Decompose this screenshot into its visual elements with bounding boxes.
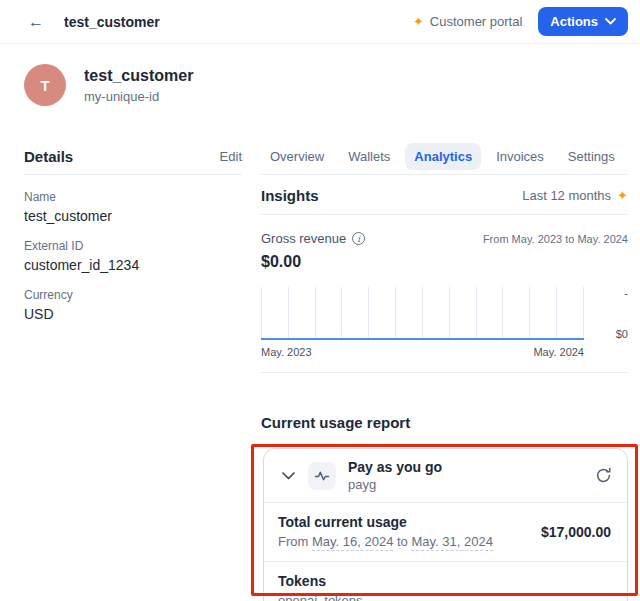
chart-gridline [341,287,368,338]
plan-icon-box [308,462,336,490]
collapse-button[interactable] [278,466,298,486]
field-value: test_customer [24,208,242,224]
customer-name: test_customer [84,67,193,85]
chart-gridline [476,287,503,338]
actions-label: Actions [550,14,598,29]
profile-text: test_customer my-unique-id [84,67,193,104]
period-prefix: From [278,534,312,549]
tab-settings[interactable]: Settings [559,143,624,170]
usage-item-text: Tokens openai_tokens [278,573,363,601]
field-value: USD [24,306,242,322]
usage-card-header: Pay as you go payg [264,449,627,502]
customer-portal-link[interactable]: ✦ Customer portal [413,14,522,29]
period-selector[interactable]: Last 12 months ✦ [522,188,628,203]
gross-revenue-value: $0.00 [261,253,628,271]
gross-revenue-label: Gross revenue [261,231,346,246]
avatar: T [24,64,66,106]
chevron-down-icon [605,18,616,25]
avatar-initial: T [40,77,49,94]
usage-report-card: Pay as you go payg Total current usage F… [263,448,628,601]
usage-item-code: openai_tokens [278,593,363,601]
info-icon[interactable]: i [352,232,365,245]
chart-gridline [395,287,422,338]
total-usage-period: From May. 16, 2024 to May. 31, 2024 [278,534,493,549]
insights-header: Insights Last 12 months ✦ [261,175,628,215]
back-arrow-icon: ← [28,13,44,30]
x-tick-end: May. 2024 [533,346,584,358]
total-usage-text: Total current usage From May. 16, 2024 t… [278,514,493,549]
details-header: Details Edit [24,139,242,175]
field-label: Name [24,190,242,204]
tab-invoices[interactable]: Invoices [487,143,553,170]
actions-button[interactable]: Actions [538,7,628,36]
pulse-icon [314,468,330,484]
plan-code: payg [348,477,442,492]
tab-overview[interactable]: Overview [261,143,333,170]
chart-gridline [449,287,476,338]
total-usage-amount: $17,000.00 [541,524,611,540]
chart-plot-area [261,287,584,340]
gross-revenue-label-row: Gross revenue i [261,231,365,246]
period-middle: to [393,534,411,549]
back-button[interactable]: ← [24,10,48,34]
details-panel: Details Edit Name test_customer External… [24,139,242,322]
tab-wallets[interactable]: Wallets [339,143,399,170]
edit-button[interactable]: Edit [220,149,242,164]
chart-gridline [502,287,529,338]
insights-title: Insights [261,187,319,204]
chart-gridline [288,287,315,338]
refresh-button[interactable] [593,466,613,486]
period-start-date[interactable]: May. 16, 2024 [312,534,393,551]
gross-revenue-range: From May. 2023 to May. 2024 [483,233,628,245]
period-label: Last 12 months [522,188,611,203]
field-value: customer_id_1234 [24,257,242,273]
gross-revenue-header: Gross revenue i From May. 2023 to May. 2… [261,231,628,246]
sparkles-icon: ✦ [413,15,424,28]
chart-gridline [261,287,288,338]
tab-analytics[interactable]: Analytics [405,143,481,170]
chart-gridline [422,287,449,338]
chart-y-axis: - $0 [584,287,628,340]
topbar-actions: ✦ Customer portal Actions [413,7,628,36]
field-name: Name test_customer [24,190,242,224]
chart-x-axis: May. 2023 May. 2024 [261,346,584,358]
total-usage-label: Total current usage [278,514,493,530]
usage-item-name: Tokens [278,573,363,589]
details-title: Details [24,148,73,165]
chart-gridline [556,287,584,338]
chart-gridline [529,287,556,338]
chevron-down-icon [282,472,295,480]
customer-page: ← test_customer ✦ Customer portal Action… [0,0,640,601]
gross-revenue-block: Gross revenue i From May. 2023 to May. 2… [261,231,628,373]
customer-unique-id: my-unique-id [84,89,193,104]
gross-revenue-chart: - $0 [261,287,628,340]
plan-text: Pay as you go payg [348,459,442,492]
section-divider [261,372,628,373]
page-title: test_customer [64,14,160,30]
total-usage-row: Total current usage From May. 16, 2024 t… [264,502,627,561]
y-tick-bottom: $0 [616,328,628,340]
chart-gridline [368,287,395,338]
customer-portal-label: Customer portal [430,14,522,29]
customer-profile: T test_customer my-unique-id [24,64,193,106]
main-panel: Overview Wallets Analytics Invoices Sett… [261,139,628,601]
top-bar: ← test_customer ✦ Customer portal Action… [0,0,640,44]
field-label: Currency [24,288,242,302]
x-tick-start: May. 2023 [261,346,312,358]
field-currency: Currency USD [24,288,242,322]
chart-gridline [315,287,342,338]
refresh-icon [595,467,612,484]
plan-name: Pay as you go [348,459,442,475]
period-end-date[interactable]: May. 31, 2024 [411,534,492,551]
tab-bar: Overview Wallets Analytics Invoices Sett… [261,139,628,175]
usage-report-title: Current usage report [261,414,628,431]
field-external-id: External ID customer_id_1234 [24,239,242,273]
field-label: External ID [24,239,242,253]
sparkles-icon: ✦ [617,189,628,202]
usage-item-row: Tokens openai_tokens [264,561,627,601]
y-tick-top: - [624,287,628,299]
